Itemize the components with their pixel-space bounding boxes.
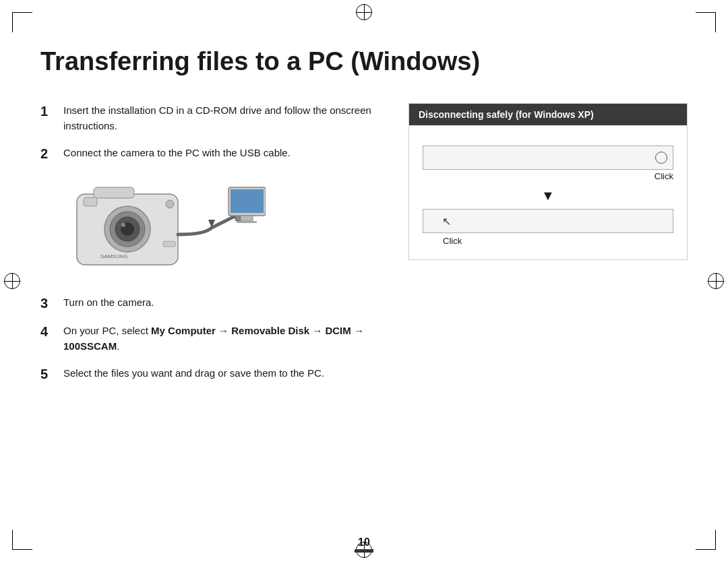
step-3-text: Turn on the camera. — [63, 295, 154, 311]
step-2-text: Connect the camera to the PC with the US… — [63, 146, 291, 162]
svg-rect-13 — [241, 216, 253, 221]
crosshair-right — [708, 273, 724, 289]
crosshair-top — [356, 4, 372, 20]
svg-rect-12 — [231, 189, 264, 213]
corner-mark-bl — [12, 530, 32, 550]
right-column: Disconnecting safely (for Windows XP) Cl… — [408, 103, 688, 394]
cursor-icon: ↖ — [442, 215, 451, 228]
dialog-circle — [655, 152, 667, 164]
page-number-bar — [355, 549, 373, 553]
step-5-text: Select the files you want and drag or sa… — [63, 366, 324, 382]
crosshair-circle-left — [4, 273, 20, 289]
step-2: 2 Connect the camera to the PC with the … — [40, 146, 382, 162]
step-1: 1 Insert the installation CD in a CD-ROM… — [40, 103, 382, 133]
disconnect-body: Click ▼ ↖ Click — [409, 139, 687, 259]
crosshair-circle-top — [356, 4, 372, 20]
page-number: 10 — [358, 536, 370, 549]
page-content: Transferring files to a PC (Windows) 1 I… — [40, 34, 688, 528]
disconnect-header: Disconnecting safely (for Windows XP) — [409, 104, 687, 125]
step-1-number: 1 — [40, 103, 55, 133]
dialog-box-2[interactable]: ↖ — [423, 209, 673, 233]
svg-rect-7 — [84, 197, 97, 206]
step-5-number: 5 — [40, 366, 55, 382]
step-4: 4 On your PC, select My Computer → Remov… — [40, 323, 382, 354]
step-2-number: 2 — [40, 146, 55, 162]
svg-text:SAMSUNG: SAMSUNG — [100, 253, 127, 259]
svg-rect-9 — [163, 241, 175, 247]
svg-rect-1 — [94, 187, 134, 198]
left-column: 1 Insert the installation CD in a CD-ROM… — [40, 103, 382, 394]
crosshair-left — [4, 273, 20, 289]
corner-mark-tr — [696, 12, 716, 32]
click-label-2: Click — [423, 236, 673, 246]
svg-rect-14 — [237, 221, 257, 223]
dialog-box-1[interactable] — [423, 146, 673, 170]
svg-point-8 — [166, 200, 174, 208]
camera-illustration: SAMSUNG — [63, 174, 266, 282]
step-5: 5 Select the files you want and drag or … — [40, 366, 382, 382]
bottom-steps: 3 Turn on the camera. 4 On your PC, sele… — [40, 295, 382, 382]
disconnect-box: Disconnecting safely (for Windows XP) Cl… — [408, 103, 688, 260]
corner-mark-tl — [12, 12, 32, 32]
click-label-1: Click — [423, 171, 673, 181]
step-4-number: 4 — [40, 323, 55, 354]
crosshair-circle-right — [708, 273, 724, 289]
camera-svg: SAMSUNG — [63, 174, 266, 282]
step-4-text: On your PC, select My Computer → Removab… — [63, 323, 382, 354]
step-1-text: Insert the installation CD in a CD-ROM d… — [63, 103, 382, 133]
two-col-layout: 1 Insert the installation CD in a CD-ROM… — [40, 103, 688, 394]
corner-mark-br — [696, 530, 716, 550]
page-title: Transferring files to a PC (Windows) — [40, 47, 688, 76]
step-3-number: 3 — [40, 295, 55, 311]
svg-point-6 — [121, 223, 125, 227]
arrow-down: ▼ — [423, 188, 673, 204]
step-3: 3 Turn on the camera. — [40, 295, 382, 311]
